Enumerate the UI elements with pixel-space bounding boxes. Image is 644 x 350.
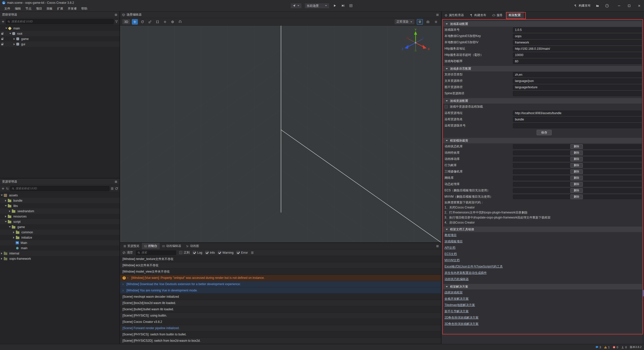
game-version-input[interactable]: 1.0.5 — [513, 27, 641, 32]
expand-arrow-icon[interactable] — [13, 231, 14, 233]
log-row[interactable]: ›[Window] Download the Vue Devtools exte… — [120, 281, 441, 287]
snap-toggle-button[interactable] — [177, 19, 183, 25]
crypto-key-input[interactable]: oops — [513, 34, 641, 39]
scene-viewport[interactable]: Y X Z — [120, 26, 441, 242]
chevron-right-icon[interactable]: › — [127, 276, 130, 280]
asset-node[interactable]: seedrandom — [0, 208, 119, 214]
languages-input[interactable]: zh,en — [513, 72, 641, 77]
lock-icon[interactable] — [1, 44, 3, 45]
inspector-tab-inspector[interactable]: 属性检查器 — [441, 12, 467, 19]
delete-dynamic-button[interactable]: 删除 — [570, 182, 583, 187]
section-header-game-resource[interactable]: 游戏资源配置 — [443, 98, 642, 104]
doc-link[interactable]: 原生包热更新配置自动生成插件 — [445, 271, 487, 275]
asset-node[interactable]: common — [0, 230, 119, 235]
menu-item[interactable]: 文件 — [2, 7, 13, 11]
log-row[interactable]: [Scene] [box2d]:box2d wasm lib loaded. — [120, 300, 441, 306]
doc-link[interactable]: 2D角色扮演游戏解决方案 — [445, 316, 478, 320]
remote-load-checkbox[interactable] — [445, 105, 448, 108]
preview-target-button[interactable] — [290, 3, 302, 9]
spine-path-input[interactable] — [513, 91, 641, 96]
hierarchy-node[interactable]: root — [0, 31, 119, 36]
log-row[interactable]: [Scene] [PHYSICS]: switch from builtin t… — [120, 331, 441, 338]
asset-node[interactable]: script — [0, 219, 119, 224]
doc-link[interactable]: 动画状态机编辑器 — [445, 277, 469, 281]
console-filter-log[interactable]: Log — [193, 251, 202, 254]
scrollbar-thumb[interactable] — [643, 290, 644, 296]
log-row[interactable]: [Scene] Cocos Creator v3.8.2 — [120, 319, 441, 325]
expand-arrow-icon[interactable] — [14, 43, 15, 45]
doc-link[interactable]: 新手引导解决方案 — [445, 309, 469, 314]
scale-tool-button[interactable] — [147, 19, 153, 25]
asset-node[interactable]: internal — [0, 251, 119, 256]
preview-scene-select[interactable]: 当前场景 — [304, 3, 330, 9]
expand-arrow-icon[interactable] — [5, 215, 6, 217]
step-button[interactable] — [340, 3, 346, 9]
expand-arrow-icon[interactable] — [5, 200, 6, 202]
console-tab-console[interactable]: 控制台 — [142, 243, 160, 249]
status-download-counter[interactable]: 0 — [621, 346, 627, 349]
scene-settings-button[interactable] — [433, 19, 439, 25]
log-row[interactable]: ›[Window] You are running Vue in develop… — [120, 287, 441, 294]
delete-ecs-button[interactable]: 删除 — [570, 188, 583, 193]
asset-node[interactable]: initialize — [0, 235, 119, 240]
doc-link[interactable]: ECS文档 — [445, 252, 457, 256]
asset-node[interactable]: oops-framework — [0, 256, 119, 261]
sort-assets-icon[interactable] — [6, 187, 9, 190]
hierarchy-filter-icon[interactable] — [115, 20, 118, 23]
menu-item[interactable]: 编辑 — [13, 7, 23, 11]
rect-tool-button[interactable] — [154, 19, 160, 25]
asset-node[interactable]: main — [0, 245, 119, 251]
expand-arrow-icon[interactable] — [1, 195, 3, 196]
play-button[interactable] — [332, 3, 338, 9]
text-path-input[interactable]: language/json — [513, 78, 641, 83]
menu-item[interactable]: 扩展 — [55, 7, 65, 11]
inspector-scrollbar[interactable] — [642, 19, 644, 344]
hierarchy-search-input[interactable]: 搜索名称或 UUID — [6, 19, 114, 24]
collapse-logs-icon[interactable] — [251, 251, 254, 254]
dimension-mode-button[interactable]: 3D — [122, 19, 130, 25]
doc-link[interactable]: 教程项目 — [445, 233, 457, 237]
add-asset-icon[interactable] — [2, 187, 5, 190]
lock-icon[interactable] — [1, 38, 3, 40]
neg-z-handle[interactable] — [422, 37, 424, 39]
console-filter-warning[interactable]: Warning — [218, 251, 233, 254]
console-tab-asset-preview[interactable]: 资源预览 — [121, 243, 142, 249]
section-header-solutions[interactable]: 框架解决方案 — [443, 284, 642, 289]
doc-link[interactable]: 战棋游戏框架 — [445, 290, 463, 295]
panel-menu-icon[interactable] — [114, 180, 117, 183]
expand-arrow-icon[interactable] — [1, 252, 2, 254]
axis-z-label[interactable]: Z — [402, 48, 404, 51]
help-button[interactable]: ? — [604, 3, 610, 9]
save-button[interactable]: 保存 — [537, 130, 552, 135]
scene-camera-button[interactable] — [425, 19, 431, 25]
expand-arrow-icon[interactable] — [9, 210, 10, 212]
console-clear-button[interactable]: 清空 — [123, 250, 133, 255]
axis-x-label[interactable]: X — [428, 48, 430, 51]
asset-node[interactable]: game — [0, 224, 119, 230]
hierarchy-node[interactable]: gui — [0, 41, 119, 47]
console-filter-info[interactable]: Info — [205, 251, 215, 254]
add-node-icon[interactable] — [2, 20, 5, 23]
console-tab-animation-editor[interactable]: 动画编辑器 — [160, 243, 184, 249]
layout-button[interactable] — [348, 3, 354, 9]
remote-version-input[interactable] — [513, 123, 641, 128]
panel-menu-icon[interactable] — [436, 245, 439, 248]
hierarchy-node[interactable]: main — [0, 26, 119, 31]
crypto-iv-input[interactable]: framework — [513, 40, 641, 45]
delete-network-button[interactable]: 删除 — [570, 176, 583, 180]
inspector-tab-framework-config[interactable]: 框架配置 — [506, 12, 524, 19]
fps-input[interactable]: 60 — [513, 59, 641, 64]
asset-node[interactable]: bundle — [0, 198, 119, 203]
log-row[interactable]: [Window] ecs文件夹不存在 — [120, 262, 441, 269]
expand-arrow-icon[interactable] — [9, 226, 11, 228]
section-header-game-basic[interactable]: 游戏基础配置 — [443, 21, 642, 27]
delete-mvvm-button[interactable]: 删除 — [570, 195, 583, 199]
asset-node[interactable]: TSMain — [0, 240, 119, 245]
http-timeout-input[interactable]: 10000 — [513, 53, 641, 58]
section-header-framework-modules[interactable]: 框架模块裁剪 — [443, 138, 642, 143]
axis-y-label[interactable]: Y — [415, 28, 417, 31]
inspector-tab-build[interactable]: 构建发布 — [467, 12, 489, 19]
status-info-counter[interactable]: 3 — [595, 346, 601, 349]
coordinate-toggle-button[interactable] — [170, 19, 176, 25]
delete-anim-statemachine-button[interactable]: 删除 — [570, 144, 583, 149]
